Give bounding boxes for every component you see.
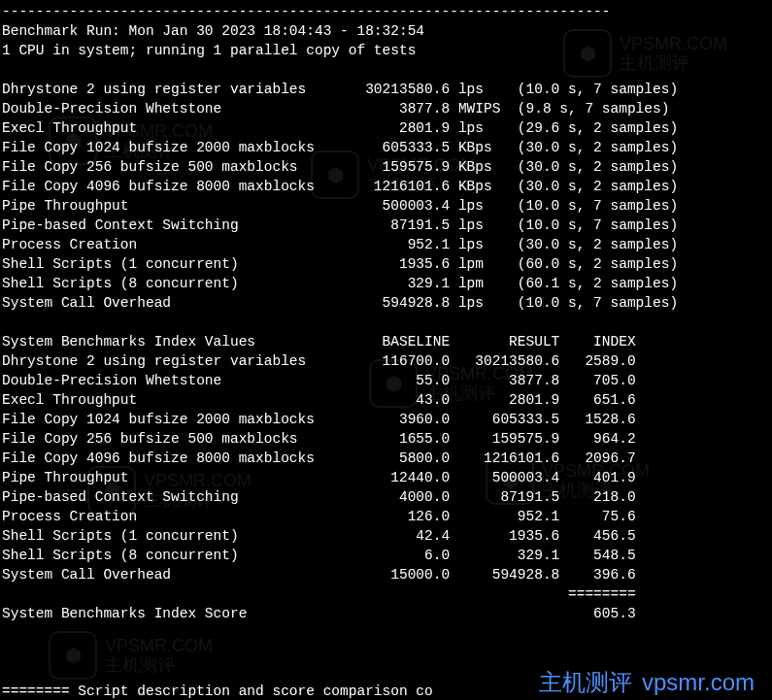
terminal-output: ----------------------------------------… [2, 2, 770, 700]
footer-brand-url: vpsmr.com [642, 673, 755, 692]
footer-brand: 主机测评 vpsmr.com [539, 673, 755, 692]
footer-brand-cn: 主机测评 [539, 673, 632, 692]
